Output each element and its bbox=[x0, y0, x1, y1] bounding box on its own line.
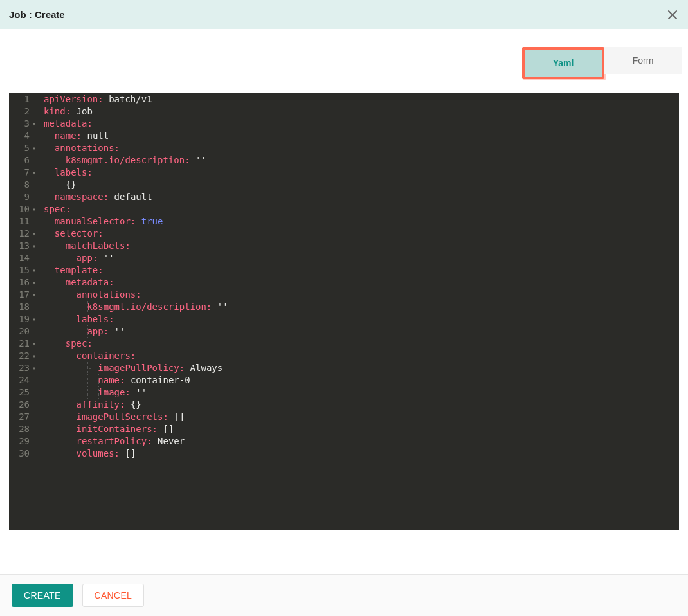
create-button[interactable]: CREATE bbox=[12, 584, 73, 607]
fold-icon[interactable]: ▾ bbox=[31, 203, 37, 215]
dialog-header: Job : Create bbox=[0, 0, 688, 29]
gutter-line: 8 bbox=[9, 179, 37, 191]
code-line[interactable]: restartPolicy: Never bbox=[44, 435, 679, 448]
code-line[interactable]: matchLabels: bbox=[44, 240, 679, 252]
gutter-line: 9 bbox=[9, 191, 37, 203]
code-line[interactable]: name: container-0 bbox=[44, 374, 679, 386]
gutter-line: 14 bbox=[9, 252, 37, 264]
cancel-button[interactable]: CANCEL bbox=[82, 584, 145, 607]
gutter-line: 24 bbox=[9, 374, 37, 386]
code-line[interactable]: - imagePullPolicy: Always bbox=[44, 362, 679, 374]
gutter-line: 1 bbox=[9, 93, 37, 105]
code-line[interactable]: affinity: {} bbox=[44, 399, 679, 411]
gutter-line: 4 bbox=[9, 130, 37, 142]
fold-icon[interactable]: ▾ bbox=[31, 362, 37, 374]
gutter-line: 23▾ bbox=[9, 362, 37, 374]
yaml-editor-container: 123▾45▾67▾8910▾1112▾13▾1415▾16▾17▾1819▾2… bbox=[9, 93, 679, 574]
code-line[interactable]: k8smgmt.io/description: '' bbox=[44, 154, 679, 167]
fold-icon[interactable]: ▾ bbox=[31, 338, 37, 350]
code-line[interactable]: app: '' bbox=[44, 252, 679, 264]
gutter-line: 3▾ bbox=[9, 118, 37, 130]
fold-icon[interactable]: ▾ bbox=[31, 118, 37, 130]
gutter-line: 13▾ bbox=[9, 240, 37, 252]
gutter-line: 25 bbox=[9, 386, 37, 399]
code-line[interactable]: template: bbox=[44, 264, 679, 276]
code-line[interactable]: kind: Job bbox=[44, 105, 679, 118]
code-line[interactable]: metadata: bbox=[44, 276, 679, 289]
code-line[interactable]: namespace: default bbox=[44, 191, 679, 203]
yaml-tab-highlight: Yaml bbox=[522, 47, 604, 79]
fold-icon[interactable]: ▾ bbox=[31, 240, 37, 252]
code-line[interactable]: spec: bbox=[44, 203, 679, 215]
gutter-line: 17▾ bbox=[9, 289, 37, 301]
code-line[interactable]: metadata: bbox=[44, 118, 679, 130]
fold-icon[interactable]: ▾ bbox=[31, 276, 37, 289]
dialog-footer: CREATE CANCEL bbox=[0, 574, 688, 616]
tabs: Yaml Form bbox=[0, 29, 688, 79]
code-line[interactable]: labels: bbox=[44, 167, 679, 179]
editor-code[interactable]: apiVersion: batch/v1kind: Jobmetadata: n… bbox=[41, 93, 679, 530]
gutter-line: 28 bbox=[9, 423, 37, 435]
gutter-line: 18 bbox=[9, 301, 37, 313]
gutter-line: 22▾ bbox=[9, 350, 37, 362]
code-line[interactable]: manualSelector: true bbox=[44, 215, 679, 228]
tab-form[interactable]: Form bbox=[604, 47, 682, 74]
code-line[interactable]: apiVersion: batch/v1 bbox=[44, 93, 679, 105]
fold-icon[interactable]: ▾ bbox=[31, 167, 37, 179]
fold-icon[interactable]: ▾ bbox=[31, 264, 37, 276]
gutter-line: 15▾ bbox=[9, 264, 37, 276]
gutter-line: 20 bbox=[9, 325, 37, 338]
yaml-editor[interactable]: 123▾45▾67▾8910▾1112▾13▾1415▾16▾17▾1819▾2… bbox=[9, 93, 679, 530]
gutter-line: 16▾ bbox=[9, 276, 37, 289]
gutter-line: 11 bbox=[9, 215, 37, 228]
gutter-line: 5▾ bbox=[9, 142, 37, 154]
code-line[interactable]: spec: bbox=[44, 338, 679, 350]
code-line[interactable]: containers: bbox=[44, 350, 679, 362]
gutter-line: 26 bbox=[9, 399, 37, 411]
fold-icon[interactable]: ▾ bbox=[31, 350, 37, 362]
fold-icon[interactable]: ▾ bbox=[31, 142, 37, 154]
gutter-line: 10▾ bbox=[9, 203, 37, 215]
code-line[interactable]: initContainers: [] bbox=[44, 423, 679, 435]
gutter-line: 29 bbox=[9, 435, 37, 448]
gutter-line: 2 bbox=[9, 105, 37, 118]
gutter-line: 12▾ bbox=[9, 228, 37, 240]
gutter-line: 27 bbox=[9, 411, 37, 423]
fold-icon[interactable]: ▾ bbox=[31, 228, 37, 240]
code-line[interactable]: labels: bbox=[44, 313, 679, 325]
code-line[interactable]: {} bbox=[44, 179, 679, 191]
gutter-line: 30 bbox=[9, 448, 37, 460]
code-line[interactable]: image: '' bbox=[44, 386, 679, 399]
gutter-line: 6 bbox=[9, 154, 37, 167]
close-icon[interactable] bbox=[666, 8, 679, 21]
code-line[interactable]: annotations: bbox=[44, 142, 679, 154]
code-line[interactable]: volumes: [] bbox=[44, 448, 679, 460]
code-line[interactable]: name: null bbox=[44, 130, 679, 142]
code-line[interactable]: selector: bbox=[44, 228, 679, 240]
gutter-line: 21▾ bbox=[9, 338, 37, 350]
code-line[interactable]: annotations: bbox=[44, 289, 679, 301]
fold-icon[interactable]: ▾ bbox=[31, 289, 37, 301]
code-line[interactable]: app: '' bbox=[44, 325, 679, 338]
gutter-line: 7▾ bbox=[9, 167, 37, 179]
editor-gutter: 123▾45▾67▾8910▾1112▾13▾1415▾16▾17▾1819▾2… bbox=[9, 93, 41, 530]
code-line[interactable]: imagePullSecrets: [] bbox=[44, 411, 679, 423]
dialog-title: Job : Create bbox=[9, 9, 65, 20]
fold-icon[interactable]: ▾ bbox=[31, 313, 37, 325]
gutter-line: 19▾ bbox=[9, 313, 37, 325]
tab-yaml[interactable]: Yaml bbox=[525, 50, 602, 77]
code-line[interactable]: k8smgmt.io/description: '' bbox=[44, 301, 679, 313]
